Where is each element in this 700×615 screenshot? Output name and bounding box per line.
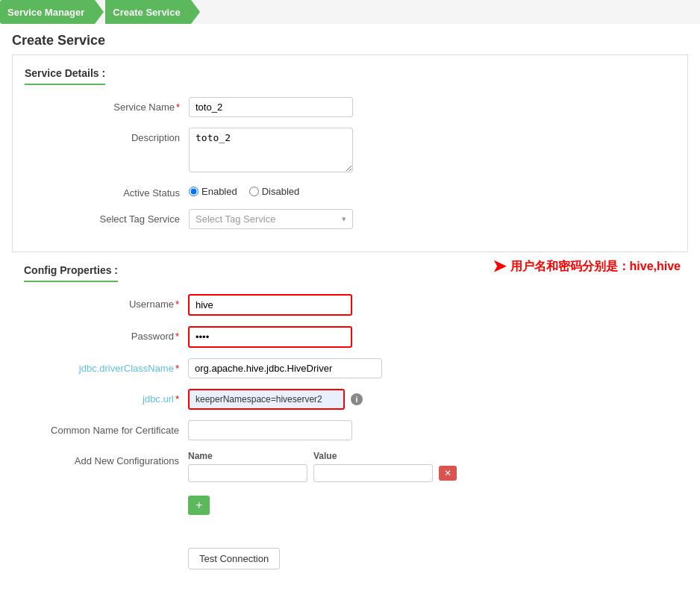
cert-name-row: Common Name for Certificate <box>24 420 676 440</box>
breadcrumb-create-service[interactable]: Create Service <box>105 0 190 24</box>
active-status-row: Active Status Enabled Disabled <box>25 183 675 199</box>
jdbc-url-input[interactable] <box>188 389 345 410</box>
password-label: Password* <box>24 326 188 342</box>
delete-config-button[interactable]: ✕ <box>439 466 457 481</box>
select-tag-dropdown[interactable]: Select Tag Service ▾ <box>189 209 353 229</box>
test-connection-button[interactable]: Test Connection <box>188 548 280 569</box>
enabled-radio[interactable] <box>189 187 199 196</box>
jdbc-url-label: jdbc.url* <box>24 389 188 405</box>
annotation-text: 用户名和密码分别是：hive,hive <box>510 259 681 275</box>
annotation-container: ➤ 用户名和密码分别是：hive,hive <box>493 257 681 276</box>
active-status-label: Active Status <box>25 183 189 199</box>
password-input[interactable] <box>188 326 352 348</box>
cert-name-input[interactable] <box>188 420 352 440</box>
description-row: Description toto_2 <box>25 128 675 172</box>
cert-name-label: Common Name for Certificate <box>24 420 188 436</box>
config-properties-section: Config Properties : ➤ 用户名和密码分别是：hive,hiv… <box>12 264 688 527</box>
breadcrumb-service-manager-label: Service Manager <box>7 7 84 18</box>
service-name-label: Service Name* <box>25 97 189 113</box>
enabled-label: Enabled <box>201 186 237 197</box>
arrow-icon: ➤ <box>493 257 506 276</box>
password-row: Password* <box>24 326 676 348</box>
disabled-radio[interactable] <box>249 187 259 196</box>
add-config-label: Add New Configurations <box>24 451 188 466</box>
config-name-header: Name <box>188 451 307 461</box>
disabled-option[interactable]: Disabled <box>249 186 300 197</box>
info-icon[interactable]: i <box>351 393 363 405</box>
active-status-group: Enabled Disabled <box>189 183 299 197</box>
service-name-input[interactable] <box>189 97 353 117</box>
config-name-input[interactable] <box>188 464 307 482</box>
page-title: Create Service <box>0 24 700 54</box>
enabled-option[interactable]: Enabled <box>189 186 237 197</box>
add-config-row: Add New Configurations Name Value ✕ <box>24 451 676 485</box>
description-input[interactable]: toto_2 <box>189 128 353 172</box>
main-content: Service Details : Service Name* Descript… <box>0 54 700 581</box>
breadcrumb-service-manager[interactable]: Service Manager <box>0 0 95 24</box>
description-label: Description <box>25 128 189 143</box>
config-section-wrapper: Config Properties : ➤ 用户名和密码分别是：hive,hiv… <box>12 264 688 527</box>
config-properties-title: Config Properties : <box>24 264 118 282</box>
breadcrumb: Service Manager Create Service <box>0 0 700 24</box>
jdbc-driver-label: jdbc.driverClassName* <box>24 358 188 374</box>
test-connection-wrapper: Test Connection <box>12 539 688 569</box>
select-tag-placeholder: Select Tag Service <box>196 213 275 225</box>
config-value-header: Value <box>313 451 433 461</box>
add-config-button[interactable]: + <box>188 496 210 515</box>
username-row: Username* <box>24 294 676 316</box>
config-value-input[interactable] <box>313 464 433 482</box>
username-label: Username* <box>24 294 188 310</box>
config-table-row: ✕ <box>188 464 457 482</box>
service-name-row: Service Name* <box>25 97 675 117</box>
config-table: Name Value ✕ <box>188 451 457 485</box>
select-tag-row: Select Tag Service Select Tag Service ▾ <box>25 209 675 229</box>
jdbc-driver-row: jdbc.driverClassName* <box>24 358 676 378</box>
chevron-down-icon: ▾ <box>342 214 346 224</box>
service-details-title: Service Details : <box>25 67 105 85</box>
select-tag-label: Select Tag Service <box>25 209 189 225</box>
disabled-label: Disabled <box>262 186 300 197</box>
config-table-header: Name Value <box>188 451 457 461</box>
jdbc-url-row: jdbc.url* i <box>24 389 676 410</box>
jdbc-url-field-wrapper: i <box>188 389 363 410</box>
jdbc-driver-input[interactable] <box>188 358 382 378</box>
breadcrumb-create-service-label: Create Service <box>113 7 180 18</box>
username-input[interactable] <box>188 294 352 316</box>
service-details-section: Service Details : Service Name* Descript… <box>12 54 688 252</box>
